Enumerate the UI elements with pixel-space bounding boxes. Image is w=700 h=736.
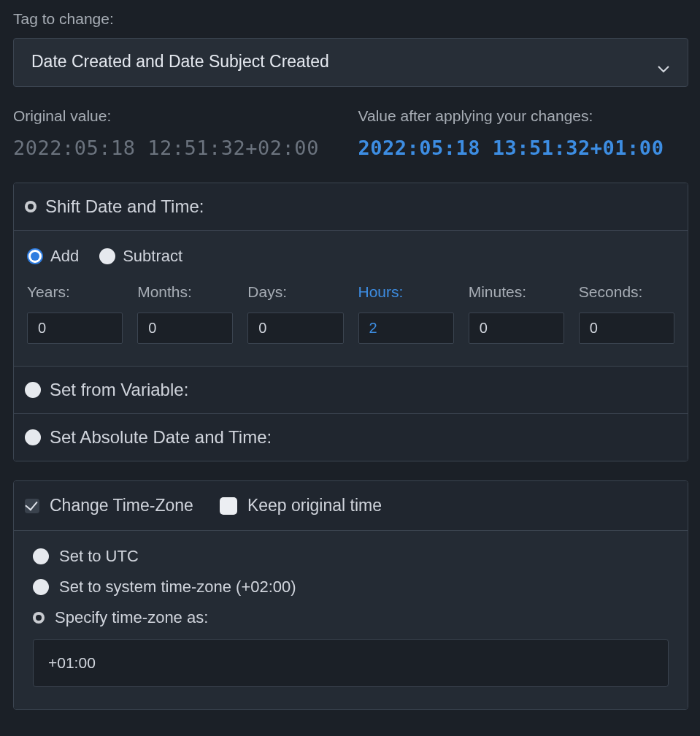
tz-specify-label: Specify time-zone as: — [55, 608, 208, 627]
mode-set-absolute-label: Set Absolute Date and Time: — [50, 427, 272, 448]
minutes-label: Minutes: — [469, 283, 564, 301]
mode-set-variable-row[interactable]: Set from Variable: — [14, 366, 688, 413]
seconds-input[interactable] — [579, 313, 674, 344]
hours-input[interactable] — [358, 313, 454, 344]
radio-unchecked-icon — [99, 248, 115, 264]
minutes-input[interactable] — [469, 313, 564, 344]
years-input[interactable] — [27, 313, 123, 344]
tz-specify-input[interactable] — [33, 639, 669, 687]
shift-subtract-label: Subtract — [123, 247, 182, 266]
mode-shift-label: Shift Date and Time: — [45, 196, 204, 217]
years-label: Years: — [27, 283, 123, 301]
days-input[interactable] — [247, 313, 343, 344]
radio-selected-icon — [33, 612, 45, 624]
tz-system-option[interactable]: Set to system time-zone (+02:00) — [33, 578, 669, 597]
hours-label: Hours: — [358, 283, 454, 301]
keep-original-label: Keep original time — [247, 496, 382, 515]
radio-unchecked-icon — [25, 429, 41, 445]
months-input[interactable] — [137, 313, 233, 344]
radio-unchecked-icon — [33, 579, 49, 595]
checkbox-checked-icon — [25, 499, 39, 513]
after-value: 2022:05:18 13:51:32+01:00 — [358, 137, 689, 159]
checkbox-unchecked-icon — [220, 497, 237, 515]
radio-unchecked-icon — [33, 548, 49, 564]
mode-set-variable-label: Set from Variable: — [50, 380, 188, 400]
mode-set-absolute-row[interactable]: Set Absolute Date and Time: — [14, 413, 688, 461]
mode-shift-row[interactable]: Shift Date and Time: — [14, 183, 688, 230]
original-value: 2022:05:18 12:51:32+02:00 — [13, 137, 344, 159]
days-label: Days: — [247, 283, 343, 301]
months-label: Months: — [137, 283, 233, 301]
tag-select-value: Date Created and Date Subject Created — [31, 52, 329, 72]
after-value-label: Value after applying your changes: — [358, 107, 689, 125]
shift-subtract-option[interactable]: Subtract — [99, 247, 182, 266]
tz-header: Change Time-Zone Keep original time — [14, 481, 688, 530]
radio-checked-icon — [27, 248, 43, 264]
tz-specify-option[interactable]: Specify time-zone as: — [33, 608, 669, 627]
shift-add-label: Add — [50, 247, 79, 266]
shift-add-option[interactable]: Add — [27, 247, 79, 266]
tz-utc-label: Set to UTC — [59, 547, 139, 566]
radio-selected-icon — [25, 201, 36, 212]
tz-utc-option[interactable]: Set to UTC — [33, 547, 669, 566]
shift-body: Add Subtract Years: Months: Days: Hours: — [14, 230, 688, 366]
tag-select[interactable]: Date Created and Date Subject Created — [13, 38, 688, 87]
keep-original-checkbox[interactable]: Keep original time — [220, 496, 382, 515]
tz-body: Set to UTC Set to system time-zone (+02:… — [14, 530, 688, 709]
tz-system-label: Set to system time-zone (+02:00) — [59, 578, 296, 597]
original-value-label: Original value: — [13, 107, 344, 125]
seconds-label: Seconds: — [579, 283, 674, 301]
change-tz-checkbox[interactable]: Change Time-Zone — [25, 496, 193, 515]
change-tz-label: Change Time-Zone — [50, 496, 193, 515]
tag-to-change-label: Tag to change: — [13, 10, 688, 28]
chevron-down-icon — [657, 58, 670, 66]
radio-unchecked-icon — [25, 382, 41, 398]
